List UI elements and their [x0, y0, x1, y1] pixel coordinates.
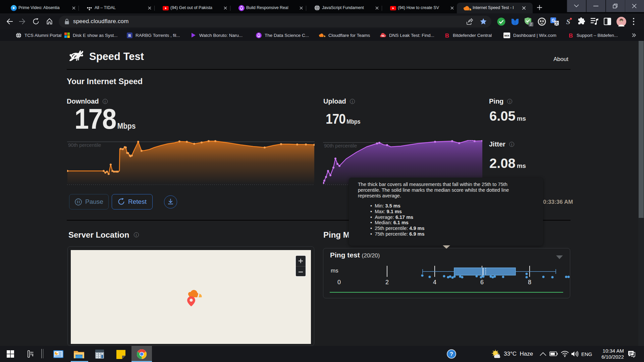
svg-text:8: 8: [528, 279, 531, 286]
svg-text:4: 4: [433, 279, 436, 286]
svg-text:WIX: WIX: [504, 34, 509, 37]
svg-text:R: R: [128, 33, 131, 38]
svg-text:90th percentile: 90th percentile: [324, 143, 357, 148]
svg-text:?: ?: [450, 351, 453, 357]
svg-text:B: B: [569, 33, 573, 38]
svg-text:90th percentile: 90th percentile: [68, 142, 101, 148]
svg-text:0: 0: [337, 279, 341, 286]
svg-text:2: 2: [385, 279, 389, 286]
svg-text:6: 6: [480, 279, 484, 286]
svg-text:B: B: [445, 33, 449, 38]
